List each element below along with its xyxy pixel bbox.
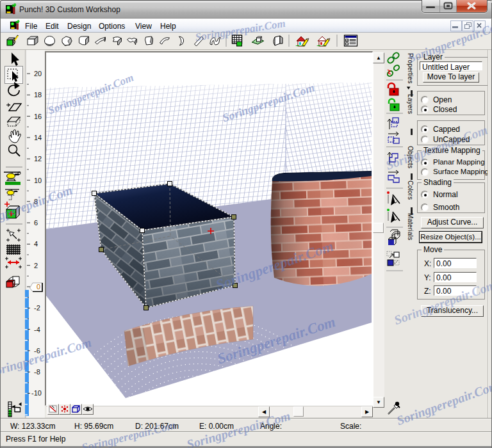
svg-text:-4: -4 (34, 326, 40, 333)
svg-text:8: 8 (34, 198, 38, 205)
svg-text:0: 0 (37, 283, 40, 291)
svg-text:2: 2 (34, 262, 38, 269)
svg-text:4: 4 (34, 240, 38, 248)
svg-text:20: 20 (34, 70, 42, 77)
svg-text:-6: -6 (34, 347, 40, 355)
svg-text:16: 16 (34, 113, 42, 120)
svg-text:18: 18 (34, 91, 42, 99)
svg-text:14: 14 (34, 134, 42, 141)
svg-text:10: 10 (34, 177, 42, 184)
svg-text:-10: -10 (31, 389, 42, 397)
svg-text:-8: -8 (34, 368, 40, 376)
svg-text:6: 6 (34, 219, 38, 227)
svg-text:12: 12 (34, 155, 42, 163)
svg-text:-2: -2 (34, 304, 40, 312)
